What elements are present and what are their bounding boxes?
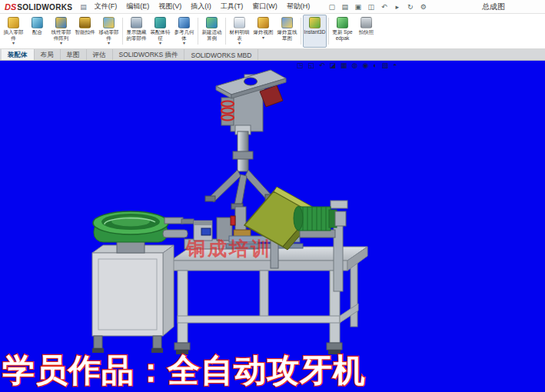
new-motion-study-icon bbox=[206, 17, 218, 28]
tab-solidworks-mbd[interactable]: SOLIDWORKS MBD bbox=[184, 49, 258, 60]
menu-insert[interactable]: 插入(I) bbox=[186, 0, 216, 13]
open-document-icon[interactable]: ▤ bbox=[340, 3, 350, 11]
edit-appearance-icon[interactable]: ◐ bbox=[373, 61, 377, 69]
reference-geometry-button[interactable]: 参考几何体 ▾ bbox=[172, 15, 196, 48]
display-style-icon[interactable]: ◍ bbox=[352, 61, 358, 69]
ribbon-separator bbox=[328, 18, 329, 45]
new-document-icon[interactable]: ▢ bbox=[327, 3, 337, 11]
select-arrow-icon[interactable]: ▸ bbox=[392, 3, 402, 11]
rebuild-icon[interactable]: ↻ bbox=[405, 3, 415, 11]
hide-show-items-icon[interactable]: ◉ bbox=[362, 61, 368, 69]
take-snapshot-icon bbox=[361, 17, 372, 28]
ribbon-button-label: 配合 bbox=[32, 29, 42, 35]
ribbon-button-label: 新建运动算例 bbox=[201, 29, 223, 41]
chevron-down-icon: ▾ bbox=[183, 41, 185, 45]
solidworks-window: DS SOLIDWORKS ▤ 文件(F) 编辑(E) 视图(V) 插入(I) … bbox=[0, 0, 545, 392]
explode-line-sketch-icon bbox=[281, 17, 293, 28]
ribbon-button-label: 移动零部件 bbox=[98, 29, 120, 41]
print-icon[interactable]: ◫ bbox=[366, 3, 376, 11]
ribbon-button-label: 插入零部件 bbox=[2, 29, 25, 41]
ribbon-button-label: Instant3D bbox=[304, 29, 326, 35]
bill-of-materials-button[interactable]: 材料明细表 ▾ bbox=[228, 15, 251, 48]
undo-icon[interactable]: ↶ bbox=[379, 3, 389, 11]
tab-layout[interactable]: 布局 bbox=[35, 49, 61, 60]
caption-text: 学员作品：全自动攻牙机 bbox=[2, 353, 366, 388]
reference-geometry-icon bbox=[178, 17, 190, 28]
mate-icon bbox=[32, 17, 43, 28]
instant3d-button[interactable]: Instant3D bbox=[303, 15, 327, 48]
command-manager-tabs: 装配体 布局 草图 评估 SOLIDWORKS 插件 SOLIDWORKS MB… bbox=[0, 49, 545, 61]
caption-banner: 学员作品：全自动攻牙机 bbox=[0, 349, 545, 390]
previous-view-icon[interactable]: ↶ bbox=[319, 61, 325, 69]
ribbon-button-label: 装配体特征 bbox=[149, 29, 171, 41]
new-motion-study-button[interactable]: 新建运动算例 bbox=[200, 15, 224, 48]
heads-up-view-toolbar: ◳ ◱ ↶ ◪ ▦ ◍ ◉ ◐ ▨ ◓ bbox=[297, 61, 397, 69]
ribbon-separator bbox=[122, 18, 123, 45]
ribbon-button-label: 智能扣件 bbox=[75, 29, 95, 35]
menu-tools[interactable]: 工具(T) bbox=[216, 0, 248, 13]
smart-fasteners-button[interactable]: 智能扣件 bbox=[73, 15, 97, 48]
options-icon[interactable]: ⚙ bbox=[418, 3, 428, 11]
instant3d-icon bbox=[309, 17, 321, 28]
chevron-down-icon: ▾ bbox=[12, 41, 15, 45]
ribbon-separator bbox=[301, 18, 301, 45]
explode-line-sketch-button[interactable]: 爆炸直线草图 bbox=[275, 15, 299, 48]
zoom-area-icon[interactable]: ◱ bbox=[308, 61, 315, 69]
update-speedpak-icon bbox=[337, 17, 348, 28]
machine-model bbox=[0, 61, 545, 392]
move-component-icon bbox=[103, 17, 115, 28]
ribbon-button-label: 线性零部件阵列 bbox=[50, 29, 72, 41]
ribbon-button-label: 材料明细表 bbox=[228, 29, 251, 41]
zoom-fit-icon[interactable]: ◳ bbox=[297, 61, 304, 69]
linear-pattern-button[interactable]: 线性零部件阵列 ▾ bbox=[49, 15, 73, 48]
menu-window[interactable]: 窗口(W) bbox=[248, 0, 282, 13]
ribbon-button-label: 爆炸视图 bbox=[254, 29, 274, 35]
ribbon-button-label: 爆炸直线草图 bbox=[276, 29, 298, 41]
view-settings-icon[interactable]: ◓ bbox=[393, 61, 397, 69]
bill-of-materials-icon bbox=[234, 17, 245, 28]
tab-assembly[interactable]: 装配体 bbox=[2, 49, 35, 60]
chevron-down-icon: ▾ bbox=[238, 41, 241, 45]
move-component-button[interactable]: 移动零部件 ▾ bbox=[97, 15, 121, 48]
ribbon-button-label: 参考几何体 bbox=[173, 29, 195, 41]
view-orientation-icon[interactable]: ▦ bbox=[341, 61, 347, 69]
apply-scene-icon[interactable]: ▨ bbox=[382, 61, 389, 69]
tab-evaluate[interactable]: 评估 bbox=[87, 49, 113, 60]
chevron-down-icon: ▾ bbox=[262, 35, 264, 40]
show-hidden-components-button[interactable]: 显示隐藏的零部件 bbox=[125, 15, 148, 48]
update-speedpak-button[interactable]: 更新 Speedpak bbox=[331, 15, 354, 48]
assembly-features-icon bbox=[155, 17, 166, 28]
chevron-down-icon: ▾ bbox=[159, 41, 161, 45]
linear-pattern-icon bbox=[55, 17, 67, 28]
insert-components-icon bbox=[8, 17, 19, 28]
ribbon-separator bbox=[198, 18, 198, 45]
ribbon-button-label: 拍快照 bbox=[359, 29, 374, 35]
take-snapshot-button[interactable]: 拍快照 bbox=[354, 15, 378, 48]
command-ribbon: 插入零部件 ▾ 配合 线性零部件阵列 ▾ 智能扣件 移动零部件 ▾ 显示隐藏的零… bbox=[0, 14, 545, 49]
brand-name: SOLIDWORKS bbox=[17, 3, 72, 12]
menu-edit[interactable]: 编辑(E) bbox=[121, 0, 154, 13]
menu-file[interactable]: 文件(F) bbox=[90, 0, 122, 13]
ribbon-separator bbox=[225, 18, 226, 45]
smart-fasteners-icon bbox=[79, 17, 91, 28]
exploded-view-button[interactable]: 爆炸视图 ▾ bbox=[251, 15, 275, 48]
save-icon[interactable]: ▣ bbox=[353, 3, 363, 11]
assembly-features-button[interactable]: 装配体特征 ▾ bbox=[148, 15, 172, 48]
tab-sketch[interactable]: 草图 bbox=[61, 49, 87, 60]
document-icon: ▤ bbox=[80, 3, 87, 11]
menu-help[interactable]: 帮助(H) bbox=[282, 0, 315, 13]
ribbon-button-label: 更新 Speedpak bbox=[331, 29, 354, 41]
menu-view[interactable]: 视图(V) bbox=[154, 0, 186, 13]
tab-solidworks-addins[interactable]: SOLIDWORKS 插件 bbox=[113, 49, 185, 60]
mate-button[interactable]: 配合 bbox=[25, 15, 49, 48]
watermark-text: 铜成培训 bbox=[186, 236, 272, 261]
ribbon-button-label: 显示隐藏的零部件 bbox=[125, 29, 148, 41]
menu-bar: DS SOLIDWORKS ▤ 文件(F) 编辑(E) 视图(V) 插入(I) … bbox=[0, 0, 545, 14]
chevron-down-icon: ▾ bbox=[108, 41, 110, 45]
section-view-icon[interactable]: ◪ bbox=[330, 61, 337, 69]
show-hidden-components-icon bbox=[131, 17, 142, 28]
insert-components-button[interactable]: 插入零部件 ▾ bbox=[2, 15, 25, 48]
document-title: 总成图 bbox=[482, 2, 540, 12]
feeder-stand bbox=[92, 245, 174, 353]
graphics-viewport[interactable]: ◳ ◱ ↶ ◪ ▦ ◍ ◉ ◐ ▨ ◓ 铜成培训 学员作品：全自动攻牙机 bbox=[0, 61, 545, 392]
